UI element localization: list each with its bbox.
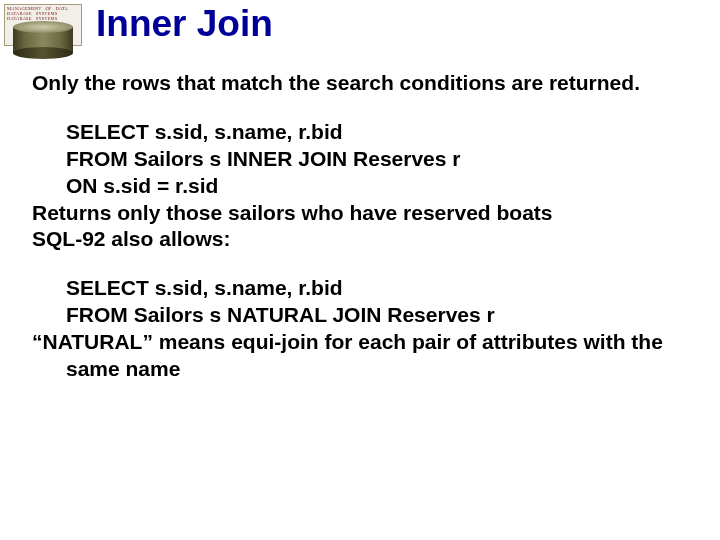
slide-title: Inner Join	[96, 3, 273, 45]
intro-text: Only the rows that match the search cond…	[32, 70, 692, 97]
cylinder-bottom	[13, 47, 73, 59]
sql1-line2: FROM Sailors s INNER JOIN Reserves r	[66, 146, 692, 173]
sql2-line2: FROM Sailors s NATURAL JOIN Reserves r	[66, 302, 692, 329]
logo: MANAGEMENT OF DATA DATABASE SYSTEMS DATA…	[4, 4, 82, 46]
note-3: “NATURAL” means equi-join for each pair …	[32, 329, 692, 383]
sql-block-2: SELECT s.sid, s.name, r.bid FROM Sailors…	[32, 275, 692, 329]
block-2: SELECT s.sid, s.name, r.bid FROM Sailors…	[32, 275, 692, 383]
sql-block-1: SELECT s.sid, s.name, r.bid FROM Sailors…	[32, 119, 692, 200]
database-cylinder-icon	[13, 21, 73, 59]
sql1-line1: SELECT s.sid, s.name, r.bid	[66, 119, 692, 146]
note-2: SQL-92 also allows:	[32, 226, 692, 253]
slide-body: Only the rows that match the search cond…	[32, 70, 692, 405]
block-1: SELECT s.sid, s.name, r.bid FROM Sailors…	[32, 119, 692, 253]
cylinder-top	[13, 21, 73, 33]
slide: MANAGEMENT OF DATA DATABASE SYSTEMS DATA…	[0, 0, 720, 540]
note-1: Returns only those sailors who have rese…	[32, 200, 692, 227]
logo-text: MANAGEMENT OF DATA DATABASE SYSTEMS DATA…	[7, 6, 68, 21]
sql1-line3: ON s.sid = r.sid	[66, 173, 692, 200]
sql2-line1: SELECT s.sid, s.name, r.bid	[66, 275, 692, 302]
